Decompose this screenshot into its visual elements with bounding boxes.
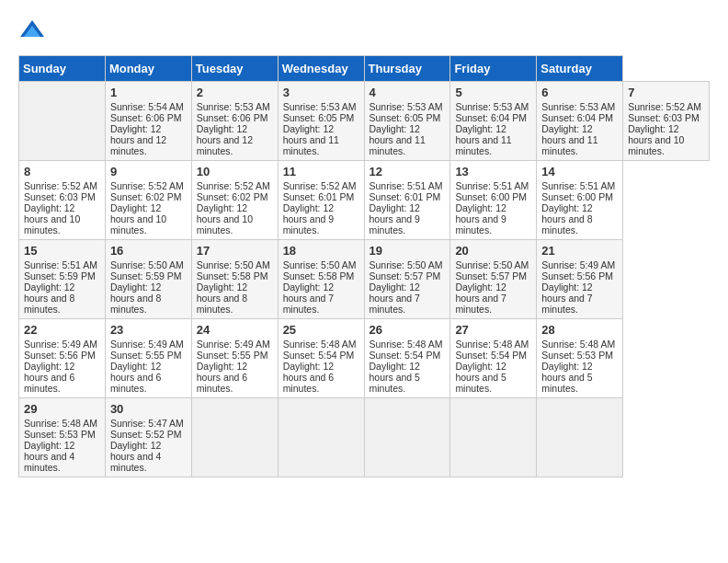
daylight-text: Daylight: 12 hours and 6 minutes. (197, 361, 273, 394)
sunset-text: Sunset: 6:03 PM (628, 112, 704, 123)
week-row-2: 8Sunrise: 5:52 AMSunset: 6:03 PMDaylight… (19, 161, 710, 240)
sunset-text: Sunset: 5:54 PM (370, 350, 446, 361)
calendar-cell: 29Sunrise: 5:48 AMSunset: 5:53 PMDayligh… (19, 398, 106, 477)
sunrise-text: Sunrise: 5:51 AM (541, 180, 618, 191)
calendar-cell: 9Sunrise: 5:52 AMSunset: 6:02 PMDaylight… (105, 161, 191, 240)
sunrise-text: Sunrise: 5:52 AM (283, 180, 359, 191)
week-row-4: 22Sunrise: 5:49 AMSunset: 5:56 PMDayligh… (19, 319, 710, 398)
calendar-cell: 30Sunrise: 5:47 AMSunset: 5:52 PMDayligh… (105, 398, 191, 477)
calendar-cell: 14Sunrise: 5:51 AMSunset: 6:00 PMDayligh… (537, 161, 623, 240)
daylight-text: Daylight: 12 hours and 9 minutes. (455, 202, 531, 236)
day-number: 27 (455, 323, 531, 337)
day-number: 20 (455, 244, 531, 258)
calendar-cell (364, 398, 450, 477)
calendar-cell: 27Sunrise: 5:48 AMSunset: 5:54 PMDayligh… (450, 319, 537, 398)
calendar-cell: 12Sunrise: 5:51 AMSunset: 6:01 PMDayligh… (364, 161, 450, 240)
sunset-text: Sunset: 5:55 PM (110, 350, 187, 361)
sunset-text: Sunset: 5:54 PM (283, 350, 359, 361)
sunrise-text: Sunrise: 5:51 AM (370, 180, 446, 191)
col-header-thursday: Thursday (364, 56, 450, 82)
sunrise-text: Sunrise: 5:54 AM (110, 101, 187, 112)
sunrise-text: Sunrise: 5:49 AM (110, 339, 187, 350)
sunset-text: Sunset: 6:04 PM (541, 112, 618, 123)
day-number: 18 (283, 244, 359, 258)
day-number: 3 (283, 86, 359, 99)
day-number: 22 (24, 323, 100, 337)
daylight-text: Daylight: 12 hours and 11 minutes. (541, 123, 618, 156)
daylight-text: Daylight: 12 hours and 7 minutes. (370, 282, 446, 315)
sunset-text: Sunset: 6:05 PM (283, 112, 359, 123)
day-number: 19 (370, 244, 446, 258)
page-header (18, 18, 710, 46)
sunrise-text: Sunrise: 5:48 AM (541, 339, 618, 350)
calendar-cell: 25Sunrise: 5:48 AMSunset: 5:54 PMDayligh… (278, 319, 364, 398)
calendar-cell: 19Sunrise: 5:50 AMSunset: 5:57 PMDayligh… (364, 240, 450, 319)
sunrise-text: Sunrise: 5:50 AM (455, 259, 531, 270)
daylight-text: Daylight: 12 hours and 10 minutes. (24, 202, 100, 236)
sunset-text: Sunset: 6:01 PM (283, 191, 359, 202)
daylight-text: Daylight: 12 hours and 8 minutes. (110, 282, 187, 315)
day-number: 6 (541, 86, 618, 99)
daylight-text: Daylight: 12 hours and 7 minutes. (283, 282, 359, 315)
col-header-tuesday: Tuesday (191, 56, 278, 82)
col-header-monday: Monday (105, 56, 191, 82)
calendar-cell: 16Sunrise: 5:50 AMSunset: 5:59 PMDayligh… (105, 240, 191, 319)
sunrise-text: Sunrise: 5:53 AM (370, 101, 446, 112)
daylight-text: Daylight: 12 hours and 5 minutes. (541, 361, 618, 394)
calendar-cell: 8Sunrise: 5:52 AMSunset: 6:03 PMDaylight… (19, 161, 106, 240)
calendar-header-row: SundayMondayTuesdayWednesdayThursdayFrid… (19, 56, 710, 82)
day-number: 26 (370, 323, 446, 337)
daylight-text: Daylight: 12 hours and 6 minutes. (24, 361, 100, 394)
daylight-text: Daylight: 12 hours and 7 minutes. (455, 282, 531, 315)
sunrise-text: Sunrise: 5:53 AM (197, 101, 273, 112)
sunset-text: Sunset: 5:53 PM (24, 429, 100, 440)
col-header-sunday: Sunday (19, 56, 106, 82)
week-row-1: 1Sunrise: 5:54 AMSunset: 6:06 PMDaylight… (19, 82, 710, 161)
sunset-text: Sunset: 5:59 PM (24, 270, 100, 282)
sunrise-text: Sunrise: 5:52 AM (110, 180, 187, 191)
sunset-text: Sunset: 5:57 PM (370, 270, 446, 282)
calendar-cell: 7Sunrise: 5:52 AMSunset: 6:03 PMDaylight… (623, 82, 710, 161)
daylight-text: Daylight: 12 hours and 9 minutes. (283, 202, 359, 236)
day-number: 8 (24, 165, 100, 178)
sunrise-text: Sunrise: 5:50 AM (197, 259, 273, 270)
week-row-5: 29Sunrise: 5:48 AMSunset: 5:53 PMDayligh… (19, 398, 710, 477)
sunset-text: Sunset: 5:56 PM (24, 350, 100, 361)
daylight-text: Daylight: 12 hours and 12 minutes. (197, 123, 273, 156)
day-number: 1 (110, 86, 187, 99)
day-number: 5 (455, 86, 531, 99)
logo (18, 18, 50, 46)
calendar-table: SundayMondayTuesdayWednesdayThursdayFrid… (18, 55, 710, 477)
daylight-text: Daylight: 12 hours and 4 minutes. (110, 440, 187, 473)
sunset-text: Sunset: 6:06 PM (197, 112, 273, 123)
logo-icon (18, 18, 46, 46)
calendar-cell: 23Sunrise: 5:49 AMSunset: 5:55 PMDayligh… (105, 319, 191, 398)
sunset-text: Sunset: 6:01 PM (370, 191, 446, 202)
daylight-text: Daylight: 12 hours and 8 minutes. (24, 282, 100, 315)
sunset-text: Sunset: 5:57 PM (455, 270, 531, 282)
calendar-cell: 28Sunrise: 5:48 AMSunset: 5:53 PMDayligh… (537, 319, 623, 398)
day-number: 15 (24, 244, 100, 258)
sunrise-text: Sunrise: 5:53 AM (455, 101, 531, 112)
sunset-text: Sunset: 5:59 PM (110, 270, 187, 282)
sunset-text: Sunset: 5:56 PM (541, 270, 618, 282)
calendar-cell: 21Sunrise: 5:49 AMSunset: 5:56 PMDayligh… (537, 240, 623, 319)
calendar-cell: 6Sunrise: 5:53 AMSunset: 6:04 PMDaylight… (537, 82, 623, 161)
calendar-cell: 24Sunrise: 5:49 AMSunset: 5:55 PMDayligh… (191, 319, 278, 398)
col-header-saturday: Saturday (537, 56, 623, 82)
calendar-cell (278, 398, 364, 477)
sunrise-text: Sunrise: 5:49 AM (24, 339, 100, 350)
calendar-cell: 13Sunrise: 5:51 AMSunset: 6:00 PMDayligh… (450, 161, 537, 240)
daylight-text: Daylight: 12 hours and 8 minutes. (197, 282, 273, 315)
sunrise-text: Sunrise: 5:53 AM (283, 101, 359, 112)
daylight-text: Daylight: 12 hours and 10 minutes. (628, 123, 704, 156)
calendar-cell: 15Sunrise: 5:51 AMSunset: 5:59 PMDayligh… (19, 240, 106, 319)
col-header-wednesday: Wednesday (278, 56, 364, 82)
day-number: 24 (197, 323, 273, 337)
calendar-cell (450, 398, 537, 477)
sunrise-text: Sunrise: 5:51 AM (455, 180, 531, 191)
daylight-text: Daylight: 12 hours and 10 minutes. (110, 202, 187, 236)
sunrise-text: Sunrise: 5:51 AM (24, 259, 100, 270)
sunset-text: Sunset: 6:02 PM (110, 191, 187, 202)
sunrise-text: Sunrise: 5:48 AM (24, 418, 100, 429)
